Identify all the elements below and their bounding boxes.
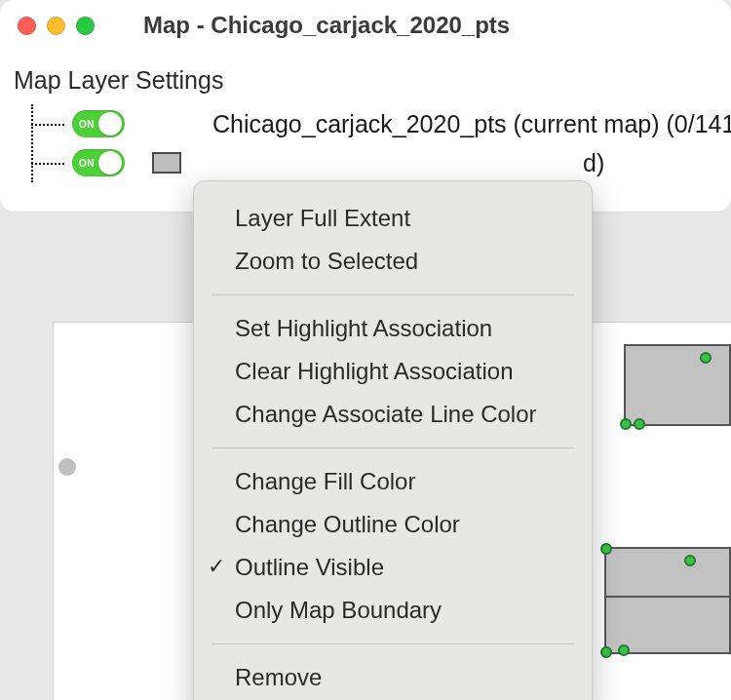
toggle-on-label: ON bbox=[79, 119, 95, 130]
menu-separator bbox=[212, 447, 574, 448]
scrollbar-thumb[interactable] bbox=[58, 458, 76, 476]
menu-item-outline-visible[interactable]: ✓ Outline Visible bbox=[194, 546, 592, 589]
layer-context-menu: Layer Full Extent Zoom to Selected Set H… bbox=[193, 180, 593, 700]
layer-row-boundary[interactable]: ON d) bbox=[31, 143, 717, 182]
menu-item-change-outline-color[interactable]: Change Outline Color bbox=[194, 503, 592, 546]
menu-item-layer-full-extent[interactable]: Layer Full Extent bbox=[194, 197, 592, 240]
map-point bbox=[600, 543, 612, 555]
tree-connector bbox=[31, 124, 64, 126]
window-controls bbox=[18, 17, 95, 35]
menu-item-remove[interactable]: Remove bbox=[194, 656, 592, 699]
map-point bbox=[684, 555, 696, 566]
map-point bbox=[634, 418, 645, 430]
menu-item-set-highlight-association[interactable]: Set Highlight Association bbox=[194, 307, 592, 350]
layer-row-points[interactable]: ON Chicago_carjack_2020_pts (current map… bbox=[31, 104, 717, 143]
map-polygon-divider bbox=[606, 596, 729, 598]
layer-label-tail: d) bbox=[583, 149, 604, 177]
menu-item-only-map-boundary[interactable]: Only Map Boundary bbox=[194, 589, 592, 632]
map-polygon bbox=[624, 344, 731, 426]
layer-color-swatch[interactable] bbox=[152, 152, 181, 174]
close-icon[interactable] bbox=[18, 17, 36, 35]
menu-item-clear-highlight-association[interactable]: Clear Highlight Association bbox=[194, 350, 592, 393]
menu-item-change-associate-line-color[interactable]: Change Associate Line Color bbox=[194, 393, 592, 436]
titlebar: Map - Chicago_carjack_2020_pts bbox=[0, 0, 731, 47]
layer-visibility-toggle[interactable]: ON bbox=[72, 110, 125, 137]
menu-item-change-fill-color[interactable]: Change Fill Color bbox=[194, 460, 592, 503]
window-title: Map - Chicago_carjack_2020_pts bbox=[143, 12, 510, 39]
map-point bbox=[620, 418, 632, 430]
toggle-on-label: ON bbox=[79, 158, 95, 169]
panel-heading: Map Layer Settings bbox=[14, 66, 717, 95]
menu-group-extent: Layer Full Extent Zoom to Selected bbox=[194, 191, 592, 289]
map-point bbox=[700, 352, 712, 364]
layer-tree: ON Chicago_carjack_2020_pts (current map… bbox=[14, 104, 717, 182]
checkmark-icon: ✓ bbox=[208, 554, 225, 579]
maximize-icon[interactable] bbox=[76, 17, 95, 35]
map-polygon bbox=[604, 547, 731, 654]
layer-visibility-toggle[interactable]: ON bbox=[72, 149, 125, 176]
tree-connector bbox=[31, 163, 64, 165]
menu-separator bbox=[212, 294, 574, 295]
menu-item-zoom-to-selected[interactable]: Zoom to Selected bbox=[194, 240, 592, 283]
layer-label: Chicago_carjack_2020_pts (current map) (… bbox=[212, 110, 731, 138]
vertical-scrollbar[interactable] bbox=[57, 322, 78, 700]
menu-group-remove: Remove bbox=[194, 650, 592, 700]
map-point bbox=[618, 644, 630, 656]
menu-group-highlight: Set Highlight Association Clear Highligh… bbox=[194, 301, 592, 442]
menu-group-color: Change Fill Color Change Outline Color ✓… bbox=[194, 454, 592, 638]
menu-separator bbox=[212, 643, 574, 644]
menu-item-label: Outline Visible bbox=[235, 554, 384, 580]
minimize-icon[interactable] bbox=[47, 17, 65, 35]
map-point bbox=[600, 646, 612, 658]
